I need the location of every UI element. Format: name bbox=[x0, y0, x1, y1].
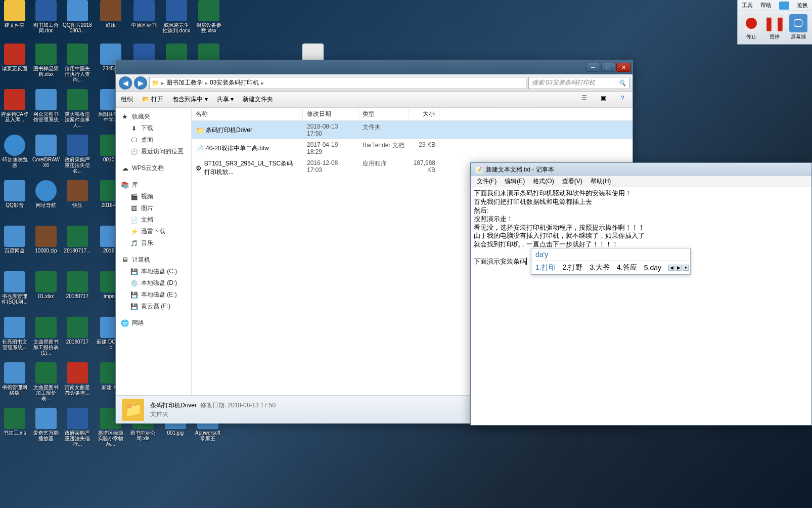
menu-help[interactable]: 帮助(H) bbox=[587, 176, 615, 187]
sidebar-downloads[interactable]: ⬇下载 bbox=[116, 122, 191, 134]
desktop-icon[interactable]: 河南文曲星教设备有... bbox=[63, 362, 92, 396]
desktop-icon[interactable]: 政府采购严重违法失信名... bbox=[63, 135, 92, 174]
desktop-icon[interactable]: 爱奇艺万能播放器 bbox=[31, 408, 61, 441]
desktop-icon[interactable]: 20180717 bbox=[63, 317, 92, 345]
file-row[interactable]: 📄40-20双排中单二高.btw2017-04-19 18:29BarTende… bbox=[192, 139, 633, 157]
desktop-icon[interactable]: QQ图片20180803... bbox=[63, 0, 92, 33]
sidebar-recent[interactable]: 🕘最近访问的位置 bbox=[116, 146, 191, 157]
explorer-titlebar[interactable]: ─ □ ✕ bbox=[116, 60, 633, 74]
menu-edit[interactable]: 编辑(E) bbox=[501, 176, 529, 187]
col-name[interactable]: 名称 bbox=[192, 108, 303, 120]
desktop-icon[interactable]: 10000.zip bbox=[31, 226, 61, 253]
col-size[interactable]: 大小 bbox=[409, 108, 439, 120]
sidebar-libraries-header[interactable]: 📚库 bbox=[116, 179, 191, 191]
desktop-icon[interactable]: QQ影音 bbox=[0, 180, 29, 208]
include-menu[interactable]: 包含到库中 ▾ bbox=[172, 95, 207, 104]
desktop-icon[interactable]: 图书样品采购.xlsx bbox=[31, 44, 61, 77]
desktop-icon[interactable]: 45加速浏览器 bbox=[0, 135, 29, 168]
desktop-icon[interactable]: 书馆管理网络版 bbox=[0, 362, 29, 396]
share-menu[interactable]: 共享 ▾ bbox=[217, 95, 234, 104]
preview-pane-icon[interactable]: ▣ bbox=[598, 95, 608, 105]
button-label: 停止 bbox=[742, 33, 760, 40]
desktop-icon[interactable]: 厨房设备参数.xlsx bbox=[194, 0, 223, 33]
recorder-switch-icon[interactable] bbox=[779, 2, 789, 10]
recorder-switch-label[interactable]: 抢换 bbox=[797, 2, 808, 9]
close-button[interactable]: ✕ bbox=[616, 63, 630, 72]
desktop-icon[interactable]: 魏风路竞争性谈判.docx bbox=[162, 0, 191, 33]
breadcrumb-0[interactable]: 图书加工教学 bbox=[166, 78, 203, 87]
breadcrumb-1[interactable]: 03安装条码打印机 bbox=[210, 78, 259, 87]
sidebar-thunder[interactable]: ⚡迅雷下载 bbox=[116, 226, 191, 237]
ime-cand-4[interactable]: 4.答应 bbox=[617, 263, 637, 272]
notepad-content[interactable]: 下面我们来演示条码打印机驱动和软件的安装和使用！ 首先我们把打印机数据线和电源都… bbox=[471, 187, 811, 423]
ime-cand-5[interactable]: 5.day bbox=[644, 264, 661, 272]
desktop-icon[interactable]: 20180717 bbox=[63, 271, 92, 299]
desktop-icon[interactable]: 好压 bbox=[96, 0, 125, 28]
sidebar-drive-e[interactable]: 💾本地磁盘 (E:) bbox=[116, 289, 191, 301]
file-row[interactable]: 📁条码打印机Driver2018-08-13 17:50文件夹 bbox=[192, 121, 633, 139]
ime-next-icon[interactable]: ▶ bbox=[675, 265, 682, 271]
newfolder-button[interactable]: 新建文件夹 bbox=[243, 95, 273, 104]
desktop-icon[interactable]: 长亮图书文管理系统... bbox=[0, 317, 29, 350]
back-button[interactable]: ◀ bbox=[119, 76, 132, 90]
notepad-window: 📝 新建文本文档.txt - 记事本 文件(F) 编辑(E) 格式(O) 查看(… bbox=[470, 162, 812, 426]
ime-cand-1[interactable]: 1.打印 bbox=[535, 263, 556, 272]
sidebar-music[interactable]: 🎵音乐 bbox=[116, 237, 191, 249]
desktop-icon[interactable]: 01.xlsx bbox=[31, 271, 61, 299]
recorder-help[interactable]: 帮助 bbox=[760, 2, 772, 9]
address-bar[interactable]: 📁 ▸ 图书加工教学 ▸ 03安装条码打印机 ▸ bbox=[149, 77, 526, 89]
recorder-screen-button[interactable]: 🖵屏幕捕 bbox=[789, 14, 807, 40]
recorder-stop-button[interactable]: 停止 bbox=[742, 14, 760, 40]
desktop-icon[interactable]: 百度网盘 bbox=[0, 226, 29, 253]
desktop-icon[interactable]: 图书加工合同.doc bbox=[31, 0, 61, 33]
sidebar-pictures[interactable]: 🖼图片 bbox=[116, 202, 191, 214]
col-type[interactable]: 类型 bbox=[358, 108, 409, 120]
desktop-icon[interactable]: 快压 bbox=[63, 180, 92, 208]
maximize-button[interactable]: □ bbox=[601, 63, 615, 72]
ime-cand-2[interactable]: 2.打野 bbox=[563, 263, 583, 272]
desktop-icon[interactable]: 读页正反面 bbox=[0, 44, 29, 71]
recorder-tools[interactable]: 工具 bbox=[742, 2, 753, 9]
desktop-icon[interactable]: 网址导航 bbox=[31, 180, 61, 208]
sidebar-drive-f[interactable]: 💾黄云磊 (F:) bbox=[116, 301, 191, 312]
ime-cand-3[interactable]: 3.大爷 bbox=[590, 263, 610, 272]
desktop-icon[interactable]: CorelDRAW X6 bbox=[31, 135, 61, 168]
sidebar-favorites-header[interactable]: ★收藏夹 bbox=[116, 111, 191, 122]
forward-button[interactable]: ▶ bbox=[134, 76, 147, 90]
sidebar-computer-header[interactable]: 🖥计算机 bbox=[116, 254, 191, 266]
sidebar-documents[interactable]: 📄文档 bbox=[116, 214, 191, 226]
organize-menu[interactable]: 组织 bbox=[121, 95, 133, 104]
desktop-icon[interactable]: 文曲星图书加工报价表... bbox=[31, 362, 61, 401]
sidebar-videos[interactable]: 🎬视频 bbox=[116, 191, 191, 202]
menu-view[interactable]: 查看(V) bbox=[558, 176, 587, 187]
desktop-icon[interactable]: 政府采购严重违法失信行... bbox=[63, 408, 92, 447]
desktop-icon[interactable]: 书仓库管理件(SQL网... bbox=[0, 271, 29, 305]
desktop-icon[interactable]: 重大税收违法案件当事人... bbox=[63, 89, 92, 128]
desktop-icon[interactable]: 中原区标书 bbox=[129, 0, 159, 28]
help-icon[interactable]: ? bbox=[617, 95, 627, 105]
col-date[interactable]: 修改日期 bbox=[303, 108, 358, 120]
desktop-icon[interactable]: 信用中国失信执行人查询... bbox=[63, 44, 92, 82]
desktop-icon[interactable]: 20180717... bbox=[63, 226, 92, 253]
explorer-search[interactable]: 搜索 03安装条码打印机 🔍 bbox=[528, 77, 629, 89]
file-icon: 📄 bbox=[196, 144, 204, 152]
open-button[interactable]: 📂 打开 bbox=[142, 95, 163, 104]
desktop-icon[interactable]: 网众云图书馆管理系统 bbox=[31, 89, 61, 122]
desktop-icon[interactable]: 文曲星图书加工报价表(1)... bbox=[31, 317, 61, 356]
notepad-titlebar[interactable]: 📝 新建文本文档.txt - 记事本 bbox=[471, 163, 811, 176]
desktop-icon[interactable]: 建文件夹 bbox=[0, 0, 29, 28]
recorder-pause-button[interactable]: ❚❚暂停 bbox=[765, 14, 784, 40]
sidebar-desktop[interactable]: 🖵桌面 bbox=[116, 134, 191, 146]
menu-file[interactable]: 文件(F) bbox=[473, 176, 501, 187]
sidebar-network[interactable]: 🌐网络 bbox=[116, 317, 191, 329]
sidebar-drive-c[interactable]: 💾本地磁盘 (C:) bbox=[116, 266, 191, 277]
desktop-icon[interactable]: 书加工.xls bbox=[0, 408, 29, 436]
sidebar-drive-d[interactable]: 💿本地磁盘 (D:) bbox=[116, 277, 191, 289]
menu-format[interactable]: 格式(O) bbox=[529, 176, 558, 187]
sidebar-wps[interactable]: ☁WPS云文档 bbox=[116, 162, 191, 174]
ime-prev-icon[interactable]: ◀ bbox=[668, 265, 674, 271]
desktop-icon[interactable]: 府采购CA登及入库... bbox=[0, 89, 29, 122]
minimize-button[interactable]: ─ bbox=[586, 63, 600, 72]
ime-expand-icon[interactable]: ▾ bbox=[683, 265, 689, 271]
view-options-icon[interactable]: ☰ bbox=[579, 95, 589, 105]
